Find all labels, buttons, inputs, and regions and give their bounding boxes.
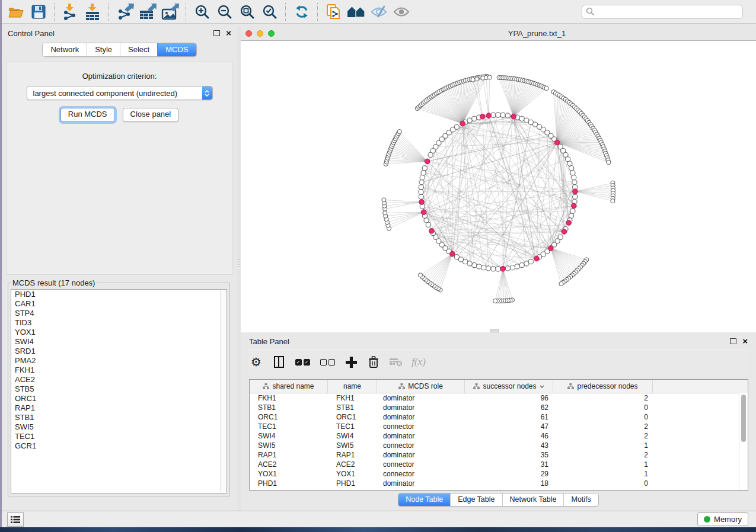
- tab-node-table[interactable]: Node Table: [398, 493, 450, 506]
- task-history-icon[interactable]: [7, 512, 24, 527]
- mcds-hub-node[interactable]: [480, 114, 486, 119]
- mcds-result-item[interactable]: YOX1: [11, 328, 227, 337]
- network-graph[interactable]: [241, 41, 756, 332]
- network-node[interactable]: [515, 264, 519, 269]
- network-leaf-node[interactable]: [607, 160, 611, 164]
- mcds-result-item[interactable]: CAR1: [11, 299, 227, 309]
- mcds-hub-node[interactable]: [566, 220, 572, 226]
- network-leaf-node[interactable]: [475, 77, 479, 81]
- tab-select[interactable]: Select: [120, 43, 157, 56]
- network-node[interactable]: [524, 118, 529, 123]
- table-row[interactable]: FKH1FKH1dominator962: [250, 393, 748, 403]
- close-table-panel-icon[interactable]: ×: [742, 337, 748, 345]
- network-node[interactable]: [566, 157, 570, 162]
- zoom-in-icon[interactable]: [191, 3, 213, 21]
- network-node[interactable]: [419, 180, 424, 185]
- network-node[interactable]: [569, 166, 574, 171]
- mcds-result-item[interactable]: PHD1: [11, 290, 227, 299]
- table-row[interactable]: PHD1PHD1dominator180: [250, 479, 748, 488]
- close-panel-button[interactable]: Close panel: [123, 108, 179, 122]
- network-node[interactable]: [572, 180, 577, 185]
- network-node[interactable]: [505, 113, 510, 118]
- open-folder-icon[interactable]: [5, 3, 27, 21]
- network-node[interactable]: [419, 194, 423, 199]
- mcds-hub-node[interactable]: [500, 266, 506, 271]
- column-header-shared-name[interactable]: shared name: [250, 380, 328, 393]
- canvas-resize-grip[interactable]: [490, 329, 499, 332]
- tab-motifs[interactable]: Motifs: [563, 493, 598, 506]
- memory-button[interactable]: Memory: [697, 512, 748, 526]
- mcds-result-item[interactable]: PMA2: [11, 356, 227, 366]
- table-row[interactable]: SWI4SWI4dominator462: [250, 431, 748, 441]
- network-node[interactable]: [524, 261, 529, 266]
- network-leaf-node[interactable]: [544, 86, 548, 90]
- table-row[interactable]: YOX1YOX1connector291: [250, 469, 748, 479]
- network-leaf-node[interactable]: [418, 273, 422, 277]
- network-node[interactable]: [505, 266, 510, 271]
- run-mcds-button[interactable]: Run MCDS: [60, 108, 115, 122]
- network-node[interactable]: [486, 266, 491, 271]
- mcds-result-item[interactable]: SRD1: [11, 347, 227, 356]
- network-node[interactable]: [421, 171, 426, 175]
- refresh-icon[interactable]: [291, 3, 313, 21]
- network-node[interactable]: [426, 222, 430, 227]
- table-row[interactable]: TEC1TEC1connector472: [250, 422, 748, 431]
- import-table-icon[interactable]: [82, 3, 104, 21]
- network-leaf-node[interactable]: [397, 130, 401, 134]
- trash-icon[interactable]: [366, 354, 381, 370]
- network-node[interactable]: [419, 185, 423, 190]
- mcds-result-item[interactable]: GCR1: [11, 441, 227, 451]
- network-node[interactable]: [528, 259, 533, 264]
- export-table-icon[interactable]: [136, 3, 159, 21]
- columns-icon[interactable]: [272, 354, 286, 370]
- show-all-icon[interactable]: [390, 3, 413, 21]
- mcds-hub-node[interactable]: [534, 256, 540, 261]
- network-leaf-node[interactable]: [611, 199, 615, 203]
- mcds-hub-node[interactable]: [511, 114, 516, 119]
- deselect-all-icon[interactable]: [319, 354, 336, 370]
- column-header-successor-nodes[interactable]: successor nodes: [465, 380, 553, 393]
- mcds-result-item[interactable]: ORC1: [11, 394, 227, 403]
- network-leaf-node[interactable]: [493, 299, 497, 303]
- mcds-result-item[interactable]: TID3: [11, 318, 227, 328]
- network-node[interactable]: [567, 161, 572, 166]
- table-row[interactable]: ACE2ACE2connector311: [250, 460, 748, 469]
- mcds-result-item[interactable]: SWI5: [11, 422, 227, 432]
- hide-selected-icon[interactable]: [368, 3, 390, 21]
- network-node[interactable]: [422, 166, 427, 171]
- column-header-name[interactable]: name: [328, 380, 377, 393]
- network-node[interactable]: [569, 213, 574, 218]
- import-network-icon[interactable]: [59, 3, 82, 21]
- mcds-result-item[interactable]: SWI4: [11, 337, 227, 347]
- table-row[interactable]: RAP1RAP1dominator352: [250, 450, 748, 460]
- network-node[interactable]: [467, 118, 472, 123]
- network-node[interactable]: [424, 218, 429, 223]
- mcds-hub-node[interactable]: [460, 121, 465, 126]
- close-panel-icon[interactable]: ×: [226, 29, 231, 37]
- mcds-result-item[interactable]: RAP1: [11, 403, 227, 413]
- tab-network-table[interactable]: Network Table: [502, 493, 564, 506]
- network-leaf-node[interactable]: [382, 198, 386, 202]
- mcds-result-item[interactable]: TEC1: [11, 432, 227, 441]
- network-node[interactable]: [570, 209, 575, 213]
- zoom-selected-icon[interactable]: [259, 3, 281, 21]
- mcds-hub-node[interactable]: [429, 228, 435, 233]
- tab-style[interactable]: Style: [87, 43, 120, 56]
- network-node[interactable]: [572, 175, 576, 180]
- clone-network-icon[interactable]: [323, 3, 345, 21]
- network-node[interactable]: [496, 113, 500, 117]
- save-icon[interactable]: [27, 3, 50, 21]
- criterion-select[interactable]: largest connected component (undirected): [27, 86, 213, 100]
- network-node[interactable]: [420, 175, 425, 180]
- list-scrollbar-track[interactable]: [220, 290, 227, 492]
- network-node[interactable]: [472, 116, 477, 121]
- mcds-result-item[interactable]: STP4: [11, 309, 227, 318]
- first-neighbors-icon[interactable]: [345, 3, 368, 21]
- network-node[interactable]: [477, 264, 481, 269]
- tab-edge-table[interactable]: Edge Table: [450, 493, 502, 506]
- mcds-hub-node[interactable]: [419, 200, 425, 205]
- zoom-fit-icon[interactable]: [236, 3, 259, 21]
- table-scrollbar[interactable]: [739, 393, 748, 490]
- network-node[interactable]: [519, 263, 524, 268]
- mcds-hub-node[interactable]: [548, 246, 554, 251]
